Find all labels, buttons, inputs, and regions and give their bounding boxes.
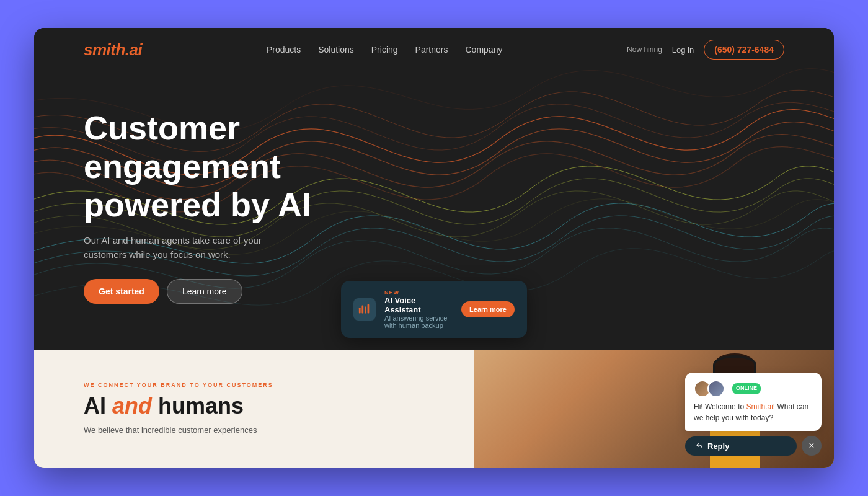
svg-rect-3 <box>368 304 370 314</box>
reply-icon <box>695 441 704 450</box>
nav-company[interactable]: Company <box>466 45 503 55</box>
now-hiring-link[interactable]: Now hiring <box>627 45 662 54</box>
ai-banner-icon <box>353 298 376 321</box>
navbar: smith.ai Products Solutions Pricing Part… <box>34 28 834 71</box>
nav-pricing[interactable]: Pricing <box>371 45 398 55</box>
browser-window: smith.ai Products Solutions Pricing Part… <box>34 28 834 468</box>
phone-button[interactable]: (650) 727-6484 <box>704 40 784 60</box>
chat-actions: Reply × <box>685 436 822 456</box>
close-chat-button[interactable]: × <box>802 436 822 456</box>
svg-rect-2 <box>365 306 366 313</box>
and-highlight: and <box>112 393 152 418</box>
nav-solutions[interactable]: Solutions <box>318 45 354 55</box>
ai-banner-text: NEW AI Voice Assistant AI answering serv… <box>384 290 453 329</box>
online-badge: ONLINE <box>732 383 761 394</box>
ai-banner-title: AI Voice Assistant <box>384 296 453 314</box>
lower-left-content: WE CONNECT YOUR BRAND TO YOUR CUSTOMERS … <box>34 350 474 468</box>
svg-rect-1 <box>361 306 363 314</box>
nav-links: Products Solutions Pricing Partners Comp… <box>267 45 502 55</box>
get-started-button[interactable]: Get started <box>84 279 159 304</box>
reply-button[interactable]: Reply <box>685 436 797 456</box>
hero-subtitle: Our AI and human agents take care of you… <box>84 234 282 262</box>
chat-avatar-2 <box>707 380 725 397</box>
chat-bubble: ONLINE Hi! Welcome to Smith.ai! What can… <box>685 373 822 431</box>
svg-rect-0 <box>359 308 361 313</box>
learn-more-button[interactable]: Learn more <box>167 279 242 304</box>
logo[interactable]: smith.ai <box>84 40 142 60</box>
ai-banner-subtitle: AI answering service with human backup <box>384 314 453 329</box>
connect-label: WE CONNECT YOUR BRAND TO YOUR CUSTOMERS <box>84 382 425 388</box>
ai-banner-new-label: NEW <box>384 290 453 296</box>
lower-description: We believe that incredible customer expe… <box>84 424 425 436</box>
chat-widget: ONLINE Hi! Welcome to Smith.ai! What can… <box>685 373 822 456</box>
voice-bars-icon <box>358 303 371 316</box>
ai-humans-title: AI and humans <box>84 393 425 419</box>
nav-products[interactable]: Products <box>267 45 301 55</box>
chat-avatars <box>694 380 725 397</box>
smith-ai-link[interactable]: Smith.ai <box>746 402 773 411</box>
hero-content: Customer engagement powered by AI Our AI… <box>34 71 834 304</box>
hero-section: smith.ai Products Solutions Pricing Part… <box>34 28 834 350</box>
chat-bubble-header: ONLINE <box>694 380 813 397</box>
ai-banner-cta[interactable]: Learn more <box>461 301 515 317</box>
nav-right: Now hiring Log in (650) 727-6484 <box>627 40 784 60</box>
nav-partners[interactable]: Partners <box>415 45 448 55</box>
ai-voice-banner: NEW AI Voice Assistant AI answering serv… <box>341 281 527 338</box>
hero-title: Customer engagement powered by AI <box>84 108 394 224</box>
chat-message: Hi! Welcome to Smith.ai! What can we hel… <box>694 401 813 423</box>
login-link[interactable]: Log in <box>672 45 694 55</box>
reply-label: Reply <box>707 441 729 451</box>
